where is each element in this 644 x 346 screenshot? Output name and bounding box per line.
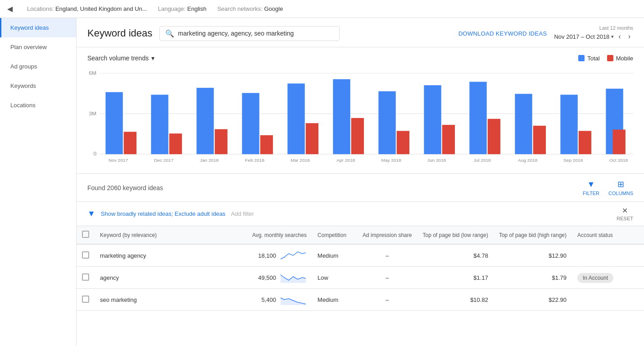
- search-input[interactable]: [178, 30, 334, 37]
- bar-jun-mobile: [442, 125, 455, 154]
- svg-text:6M: 6M: [89, 70, 96, 77]
- keyword-search-box[interactable]: 🔍: [159, 26, 340, 41]
- row-select-checkbox-2[interactable]: [82, 296, 89, 303]
- bar-feb-mobile: [260, 135, 273, 154]
- svg-marker-19: [281, 298, 306, 305]
- svg-text:Jul 2018: Jul 2018: [474, 158, 491, 163]
- sidebar: Keyword ideas Plan overview Ad groups Ke…: [0, 18, 77, 346]
- sidebar-item-keywords[interactable]: Keywords: [0, 76, 76, 96]
- bar-mar-mobile: [306, 123, 318, 154]
- back-button[interactable]: ◀: [7, 5, 13, 13]
- bar-nov-total: [105, 92, 122, 154]
- dropdown-arrow-icon: ▾: [611, 34, 614, 40]
- svg-marker-18: [281, 275, 306, 283]
- th-checkbox[interactable]: [77, 226, 95, 244]
- data-table: Keyword (by relevance) Avg. monthly sear…: [77, 226, 644, 311]
- date-range-value: Nov 2017 – Oct 2018: [554, 33, 609, 40]
- svg-text:Sep 2018: Sep 2018: [563, 158, 583, 163]
- row-checkbox-0[interactable]: [77, 244, 95, 267]
- row-bid-high-0: $12.90: [494, 244, 572, 267]
- main-content: Keyword ideas 🔍 DOWNLOAD KEYWORD IDEAS L…: [77, 18, 644, 346]
- download-button[interactable]: DOWNLOAD KEYWORD IDEAS: [458, 30, 547, 37]
- bar-jul-total: [469, 82, 486, 155]
- th-keyword[interactable]: Keyword (by relevance): [95, 226, 222, 244]
- bar-may-total: [378, 91, 395, 155]
- bar-jun-total: [424, 85, 441, 154]
- chart-title[interactable]: Search volume trends ▾: [87, 55, 154, 62]
- date-range-selector[interactable]: Nov 2017 – Oct 2018 ▾ ‹ ›: [554, 32, 633, 41]
- filter-bar: ▼ Show broadly related ideas; Exclude ad…: [77, 202, 644, 226]
- date-next-button[interactable]: ›: [626, 32, 633, 41]
- columns-icon: ⊞: [617, 179, 624, 189]
- th-bid-low[interactable]: Top of page bid (low range): [417, 226, 493, 244]
- row-searches-2: 5,400: [222, 289, 312, 311]
- svg-text:Dec 2017: Dec 2017: [154, 158, 173, 163]
- bar-dec-total: [151, 95, 168, 154]
- in-account-badge: In Account: [577, 273, 613, 283]
- row-checkbox-2[interactable]: [77, 289, 95, 311]
- chart-legend: Total Mobile: [578, 55, 633, 62]
- data-table-container: Keyword (by relevance) Avg. monthly sear…: [77, 226, 644, 311]
- svg-text:Feb 2018: Feb 2018: [245, 158, 264, 163]
- legend-mobile: Mobile: [607, 55, 633, 62]
- svg-text:Jun 2018: Jun 2018: [427, 158, 446, 163]
- select-all-checkbox[interactable]: [82, 231, 89, 238]
- filter-icon: ▼: [587, 180, 595, 189]
- legend-total: Total: [578, 55, 599, 62]
- row-status-0: [572, 244, 644, 267]
- th-status[interactable]: Account status: [572, 226, 644, 244]
- bar-sep-mobile: [579, 131, 591, 155]
- content-header: Keyword ideas 🔍 DOWNLOAD KEYWORD IDEAS L…: [77, 18, 644, 47]
- date-range-label: Last 12 months: [599, 25, 633, 31]
- row-checkbox-1[interactable]: [77, 267, 95, 289]
- toolbar-actions: ▼ FILTER ⊞ COLUMNS: [583, 179, 633, 196]
- svg-text:May 2018: May 2018: [381, 158, 402, 163]
- row-bid-low-0: $4.78: [417, 244, 493, 267]
- legend-total-dot: [578, 55, 585, 61]
- sidebar-item-locations[interactable]: Locations: [0, 96, 76, 115]
- legend-mobile-dot: [607, 55, 613, 61]
- table-row: marketing agency 18,100 Medium – $4.78: [77, 244, 644, 267]
- search-icon: 🔍: [165, 29, 174, 38]
- th-competition[interactable]: Competition: [312, 226, 357, 244]
- bar-jan-mobile: [215, 129, 227, 154]
- th-impression[interactable]: Ad impression share: [357, 226, 417, 244]
- svg-text:0: 0: [93, 150, 96, 157]
- bar-nov-mobile: [124, 132, 136, 154]
- row-competition-1: Low: [312, 267, 357, 289]
- add-filter-button[interactable]: Add filter: [231, 210, 254, 217]
- row-searches-1: 49,500: [222, 267, 312, 289]
- row-bid-high-2: $22.90: [494, 289, 572, 311]
- svg-text:Mar 2018: Mar 2018: [290, 158, 310, 163]
- bar-may-mobile: [397, 131, 409, 155]
- columns-button[interactable]: ⊞ COLUMNS: [608, 179, 633, 196]
- bar-apr-total: [333, 79, 350, 154]
- svg-text:3M: 3M: [89, 110, 96, 117]
- row-impression-2: –: [357, 289, 417, 311]
- row-select-checkbox-0[interactable]: [82, 251, 89, 259]
- bar-aug-mobile: [533, 126, 546, 154]
- sidebar-item-keyword-ideas[interactable]: Keyword ideas: [0, 18, 76, 37]
- table-row: agency 49,500 Low –: [77, 267, 644, 289]
- bar-aug-total: [515, 94, 532, 154]
- sidebar-item-ad-groups[interactable]: Ad groups: [0, 57, 76, 76]
- row-bid-low-1: $1.17: [417, 267, 493, 289]
- row-status-2: [572, 289, 644, 311]
- row-impression-1: –: [357, 267, 417, 289]
- svg-text:Oct 2018: Oct 2018: [609, 158, 628, 163]
- row-status-1: In Account: [572, 267, 644, 289]
- sparkline-1: [280, 271, 307, 284]
- th-bid-high[interactable]: Top of page bid (high range): [494, 226, 572, 244]
- date-prev-button[interactable]: ‹: [616, 32, 623, 41]
- networks-info: Search networks: Google: [217, 5, 283, 12]
- th-searches[interactable]: Avg. monthly searches: [222, 226, 312, 244]
- bar-oct-mobile: [613, 130, 626, 155]
- row-competition-0: Medium: [312, 244, 357, 267]
- filter-link[interactable]: Show broadly related ideas; Exclude adul…: [101, 210, 226, 217]
- bar-dec-mobile: [169, 133, 182, 154]
- sidebar-item-plan-overview[interactable]: Plan overview: [0, 37, 76, 57]
- filter-button[interactable]: ▼ FILTER: [583, 180, 599, 196]
- reset-button[interactable]: ✕ RESET: [617, 206, 633, 221]
- row-select-checkbox-1[interactable]: [82, 273, 89, 281]
- table-header-row: Keyword (by relevance) Avg. monthly sear…: [77, 226, 644, 244]
